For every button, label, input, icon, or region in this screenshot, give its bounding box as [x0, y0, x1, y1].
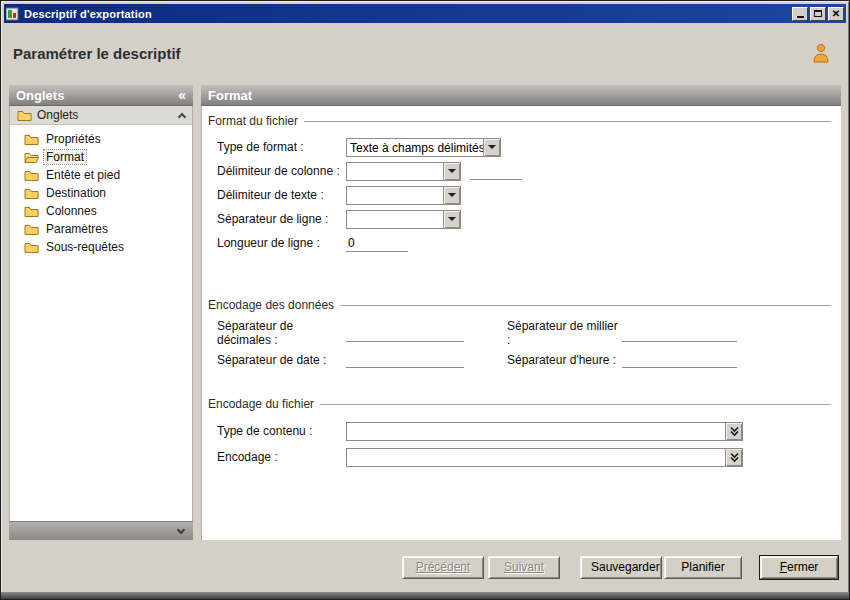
separateur-decimales-label: Séparateur de décimales : [217, 319, 346, 347]
double-chevron-down-icon[interactable] [725, 449, 742, 466]
dropdown-arrow-icon [448, 217, 456, 221]
sidebar-tree: Onglets Propriétés Format Entête et pied [9, 106, 193, 521]
tree-group-onglets[interactable]: Onglets [10, 106, 192, 125]
folder-icon [24, 241, 39, 253]
delimiteur-colonne-label: Délimiteur de colonne : [217, 164, 346, 178]
minimize-icon [797, 16, 804, 18]
chevron-down-icon[interactable] [443, 163, 460, 180]
sidebar-title: Onglets [16, 88, 64, 103]
window-bottom-edge [1, 592, 849, 599]
maximize-icon [814, 10, 822, 17]
group-divider [340, 305, 831, 306]
button-label: Précédent [413, 560, 473, 574]
button-label: Suivant [499, 560, 549, 574]
combo-value [347, 449, 725, 466]
folder-icon [24, 205, 39, 217]
group-title: Format du fichier [208, 114, 304, 128]
group-header: Encodage des données [208, 297, 831, 312]
folder-icon [24, 187, 39, 199]
close-icon: ✕ [832, 9, 840, 19]
group-encodage-des-donnees: Encodage des données Séparateur de décim… [208, 297, 831, 372]
sidebar-item-label: Entête et pied [44, 168, 122, 182]
longueur-ligne-input[interactable] [346, 235, 408, 252]
folder-icon [24, 169, 39, 181]
group-header: Encodage du fichier [208, 396, 831, 411]
main-panel-title: Format [208, 88, 252, 103]
sidebar-item-proprietes[interactable]: Propriétés [10, 130, 192, 148]
minimize-button[interactable] [792, 7, 808, 21]
tree-group-label: Onglets [37, 108, 78, 122]
close-button[interactable]: ✕ [828, 7, 844, 21]
precedent-button[interactable]: Précédent [402, 556, 484, 579]
chevron-down-icon[interactable] [483, 139, 500, 156]
separateur-ligne-select[interactable] [346, 210, 461, 229]
sidebar-item-parametres[interactable]: Paramètres [10, 220, 192, 238]
sidebar-scroll-bar[interactable] [9, 521, 193, 540]
sidebar-item-label: Sous-requêtes [44, 240, 126, 254]
separateur-date-input[interactable] [346, 351, 464, 368]
type-de-contenu-select[interactable] [346, 422, 743, 441]
spacer [208, 372, 831, 396]
suivant-button[interactable]: Suivant [488, 556, 560, 579]
collapse-panel-icon[interactable]: « [178, 87, 186, 103]
spacer [208, 255, 831, 297]
main-panel: Format Format du fichier Type de format … [201, 85, 841, 540]
combo-value [347, 423, 725, 440]
tree-items: Propriétés Format Entête et pied Destina… [10, 125, 192, 256]
group-title: Encodage du fichier [208, 397, 320, 411]
combo-value [347, 163, 443, 180]
folder-open-icon [24, 151, 39, 163]
chevron-up-icon[interactable] [178, 112, 186, 120]
separateur-heure-input[interactable] [622, 351, 737, 368]
export-descriptor-dialog: Descriptif d'exportation ✕ Paramétrer le… [0, 0, 850, 600]
content-area: Onglets « Onglets Propriétés Format [4, 83, 846, 540]
button-label: Fermer [771, 560, 827, 574]
chevron-down-icon[interactable] [443, 187, 460, 204]
sidebar-item-sous-requetes[interactable]: Sous-requêtes [10, 238, 192, 256]
sidebar: Onglets « Onglets Propriétés Format [9, 85, 193, 540]
separateur-millier-input[interactable] [622, 325, 737, 342]
sidebar-item-entete-et-pied[interactable]: Entête et pied [10, 166, 192, 184]
sidebar-item-label: Colonnes [44, 204, 99, 218]
chevron-down-icon[interactable] [177, 525, 185, 533]
type-de-format-label: Type de format : [217, 140, 346, 154]
double-chevron-glyph [729, 452, 740, 463]
field-row: Délimiteur de colonne : [208, 159, 831, 183]
folder-icon [17, 109, 32, 121]
sidebar-item-colonnes[interactable]: Colonnes [10, 202, 192, 220]
chevron-down-icon[interactable] [443, 211, 460, 228]
sidebar-item-destination[interactable]: Destination [10, 184, 192, 202]
sidebar-item-label: Format [44, 150, 86, 164]
sauvegarder-button[interactable]: Sauvegarder [580, 556, 662, 579]
separateur-decimales-input[interactable] [346, 325, 464, 342]
group-title: Encodage des données [208, 298, 340, 312]
encodage-select[interactable] [346, 448, 743, 467]
page-header: Paramétrer le descriptif [4, 23, 846, 83]
delimiteur-texte-select[interactable] [346, 186, 461, 205]
delimiteur-colonne-custom-input[interactable] [470, 163, 522, 180]
sidebar-item-format[interactable]: Format [10, 148, 192, 166]
combo-value [347, 187, 443, 204]
field-row: Séparateur de ligne : [208, 207, 831, 231]
combo-value: Texte à champs délimités [347, 139, 483, 156]
window-title: Descriptif d'exportation [24, 8, 788, 20]
group-divider [304, 121, 831, 122]
window-controls: ✕ [792, 7, 844, 21]
folder-icon [24, 133, 39, 145]
group-encodage-du-fichier: Encodage du fichier Type de contenu : [208, 396, 831, 470]
group-divider [320, 404, 831, 405]
type-de-format-select[interactable]: Texte à champs délimités [346, 138, 501, 157]
maximize-button[interactable] [810, 7, 826, 21]
titlebar[interactable]: Descriptif d'exportation ✕ [4, 4, 846, 23]
fermer-button[interactable]: Fermer [760, 556, 838, 579]
planifier-button[interactable]: Planifier [664, 556, 742, 579]
longueur-ligne-label: Longueur de ligne : [217, 236, 346, 250]
group-format-du-fichier: Format du fichier Type de format : Texte… [208, 113, 831, 255]
delimiteur-colonne-select[interactable] [346, 162, 461, 181]
field-row: Type de contenu : [208, 418, 831, 444]
sidebar-item-label: Destination [44, 186, 108, 200]
double-chevron-down-icon[interactable] [725, 423, 742, 440]
field-row: Séparateur de décimales : Séparateur de … [208, 319, 831, 347]
user-icon[interactable] [812, 43, 830, 63]
button-label: Sauvegarder [591, 560, 651, 574]
